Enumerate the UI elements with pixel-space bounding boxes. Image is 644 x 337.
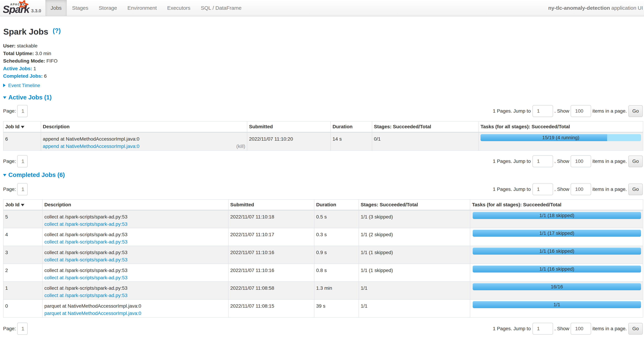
svg-text:Spark: Spark xyxy=(3,3,30,14)
